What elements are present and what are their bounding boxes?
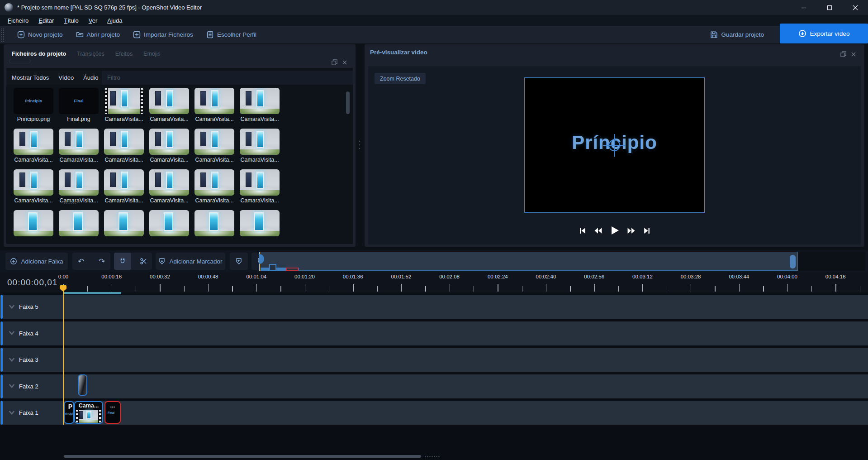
file-item[interactable]: FinalFinal.png	[56, 88, 101, 122]
razor-tool-button[interactable]	[135, 253, 152, 270]
file-item[interactable]	[192, 210, 237, 238]
zoom-range-handle[interactable]	[790, 255, 796, 268]
play-button[interactable]	[610, 225, 620, 235]
filter-input[interactable]	[102, 71, 353, 85]
timeline-tracks-area[interactable]: Faixa 5Faixa 4Faixa 3Faixa 2Faixa 1	[0, 295, 868, 460]
jump-start-button[interactable]	[579, 227, 587, 235]
float-dock-icon[interactable]	[332, 59, 337, 67]
previous-marker-button[interactable]	[230, 253, 248, 270]
undo-button[interactable]: ↶	[72, 253, 90, 270]
track-content[interactable]	[63, 374, 868, 398]
track-content[interactable]	[63, 321, 868, 345]
tab-ficheiros-do-projeto[interactable]: Ficheiros do projeto	[6, 49, 71, 59]
track-content[interactable]	[63, 295, 868, 319]
tab-scroller[interactable]	[9, 59, 31, 63]
close-dock-icon[interactable]	[342, 59, 347, 67]
timeline-zoom-scrollbar[interactable]	[259, 252, 798, 271]
filter-áudio[interactable]: Áudio	[79, 72, 102, 83]
track-content[interactable]	[63, 348, 868, 372]
export-video-button[interactable]: Exportar vídeo	[780, 24, 868, 43]
file-item[interactable]	[147, 210, 192, 238]
minimize-button[interactable]	[791, 0, 816, 15]
chevron-down-icon[interactable]	[9, 382, 15, 390]
clip-principio[interactable]: P rincipio	[64, 401, 74, 424]
file-thumbnail: Final	[59, 88, 99, 114]
close-dock-icon[interactable]	[851, 51, 856, 59]
close-button[interactable]	[842, 0, 868, 15]
add-track-button[interactable]: Adicionar Faixa	[5, 253, 68, 270]
file-item[interactable]: CamaraVisita...	[101, 169, 147, 204]
file-item[interactable]: CamaraVisita...	[147, 169, 192, 204]
menu-ajuda[interactable]: Ajuda	[102, 16, 127, 25]
file-item[interactable]: CamaraVisita...	[56, 129, 101, 163]
import-files-button[interactable]: Importar Ficheiros	[133, 31, 193, 38]
toolbar-drag-handle[interactable]	[1, 28, 4, 42]
track-header[interactable]: Faixa 5	[3, 295, 63, 319]
file-item[interactable]	[56, 210, 101, 238]
dock-splitter-handle[interactable]	[357, 139, 362, 151]
file-item[interactable]: CamaraVisita...	[101, 129, 147, 163]
video-canvas[interactable]: Príncipio	[524, 77, 705, 213]
clip-final-selected[interactable]: ... Final	[104, 401, 121, 424]
open-project-button[interactable]: Abrir projeto	[76, 31, 120, 38]
file-item[interactable]: CamaraVisita...	[192, 88, 237, 122]
add-marker-button[interactable]: Adicionar Marcador	[156, 253, 225, 270]
file-item[interactable]	[11, 210, 56, 238]
chevron-down-icon[interactable]	[9, 303, 15, 311]
ruler-label: 00:02:24	[488, 274, 508, 279]
file-item[interactable]: CamaraVisita...	[56, 169, 101, 204]
file-item[interactable]: CamaraVisita...	[147, 129, 192, 163]
file-item[interactable]: CamaraVisita...	[101, 88, 147, 122]
chevron-down-icon[interactable]	[9, 329, 15, 337]
file-item[interactable]: CamaraVisita...	[237, 88, 282, 122]
zoom-scrollbar-track[interactable]	[798, 252, 865, 271]
new-project-button[interactable]: Novo projeto	[17, 31, 63, 38]
file-thumbnail	[194, 88, 234, 114]
timeline-horizontal-scrollbar[interactable]	[64, 455, 421, 458]
jump-end-button[interactable]	[643, 227, 650, 235]
fast-forward-button[interactable]	[627, 227, 636, 234]
zoom-clip-preview	[259, 254, 264, 264]
bottom-resize-grip[interactable]	[424, 455, 440, 458]
tab-emojis[interactable]: Emojis	[138, 49, 166, 59]
track-header[interactable]: Faixa 1	[3, 401, 63, 425]
menu-editar[interactable]: Editar	[33, 16, 59, 25]
tab-efeitos[interactable]: Efeitos	[110, 49, 138, 59]
chevron-down-icon[interactable]	[9, 409, 15, 417]
track-header[interactable]: Faixa 2	[3, 374, 63, 398]
float-dock-icon[interactable]	[840, 51, 846, 59]
scrollbar-thumb[interactable]	[346, 91, 350, 114]
file-item[interactable]: CamaraVisita...	[237, 169, 282, 204]
file-item[interactable]: CamaraVisita...	[192, 129, 237, 163]
file-item[interactable]: CamaraVisita...	[11, 169, 56, 204]
file-item[interactable]: CamaraVisita...	[237, 129, 282, 163]
choose-profile-button[interactable]: Escolher Perfil	[206, 31, 256, 38]
tab-transições[interactable]: Transições	[71, 49, 110, 59]
menu-ver[interactable]: Ver	[84, 16, 103, 25]
file-item[interactable]	[237, 210, 282, 238]
filter-vídeo[interactable]: Vídeo	[54, 72, 78, 83]
filter-mostrar-todos[interactable]: Mostrar Todos	[8, 72, 53, 83]
file-item[interactable]: CamaraVisita...	[192, 169, 237, 204]
track-header[interactable]: Faixa 3	[3, 348, 63, 372]
timeline-ruler[interactable]: 00:00:00,01 0:0000:00:1600:00:3200:00:48…	[0, 272, 868, 292]
maximize-button[interactable]	[816, 0, 842, 15]
save-project-button[interactable]: Guardar projeto	[710, 26, 764, 43]
file-item[interactable]: PrincipioPrincipio.png	[11, 88, 56, 122]
dock-resize-grip[interactable]	[63, 202, 77, 205]
clip-camaravisita[interactable]: Cama...	[74, 401, 103, 424]
clip-camaravisita-track2[interactable]	[78, 374, 87, 396]
files-scrollbar[interactable]	[346, 91, 350, 240]
rewind-button[interactable]	[594, 227, 602, 234]
file-item[interactable]	[101, 210, 147, 238]
track-content[interactable]	[63, 401, 868, 425]
redo-button[interactable]: ↷	[93, 253, 110, 270]
menu-ficheiro[interactable]: Ficheiro	[3, 16, 33, 25]
track-header[interactable]: Faixa 4	[3, 321, 63, 345]
chevron-down-icon[interactable]	[9, 356, 15, 364]
playhead-line[interactable]	[63, 286, 64, 425]
menu-título[interactable]: Título	[59, 16, 84, 25]
file-item[interactable]: CamaraVisita...	[147, 88, 192, 122]
file-item[interactable]: CamaraVisita...	[11, 129, 56, 163]
snapping-toggle[interactable]	[114, 253, 131, 270]
